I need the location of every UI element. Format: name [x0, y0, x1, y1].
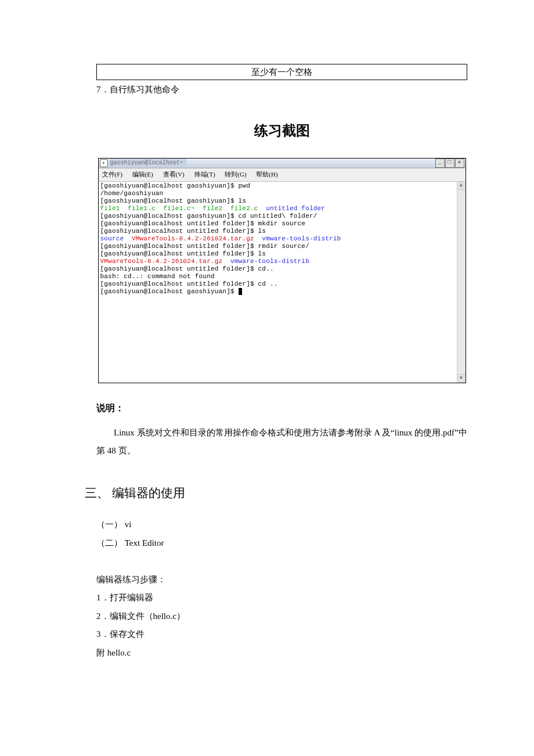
menu-goto[interactable]: 转到(G) [225, 171, 246, 178]
terminal-window: ▾ gaoshiyuan@localhost~ _ □ ✕ 文件(F) 编辑(E… [98, 158, 466, 383]
menu-edit[interactable]: 编辑(E) [132, 171, 153, 178]
section-3-title: 三、 编辑器的使用 [85, 484, 467, 503]
editor-steps-heading: 编辑器练习步骤： [96, 571, 467, 589]
hint-box: 至少有一个空格 [96, 64, 467, 80]
editor-step-1: 1．打开编辑器 [96, 589, 467, 607]
editor-item-texteditor: （二） Text Editor [96, 534, 467, 553]
terminal-output[interactable]: [gaoshiyuan@localhost gaoshiyuan]$ pwd/h… [99, 182, 457, 383]
editor-step-2: 2．编辑文件（hello.c） [96, 607, 467, 626]
menu-terminal[interactable]: 终端(T) [194, 171, 215, 178]
step-7: 7．自行练习其他命令 [96, 82, 467, 96]
terminal-titlebar: ▾ gaoshiyuan@localhost~ _ □ ✕ [99, 159, 466, 168]
editor-step-3: 3．保存文件 [96, 625, 467, 644]
maximize-button[interactable]: □ [445, 159, 454, 168]
editor-attachment: 附 hello.c [96, 644, 467, 663]
explain-heading: 说明： [96, 401, 467, 416]
hint-text: 至少有一个空格 [251, 67, 312, 77]
scroll-down-icon[interactable]: ▼ [457, 374, 466, 383]
menu-view[interactable]: 查看(V) [163, 171, 185, 178]
menu-file[interactable]: 文件(F) [102, 171, 122, 178]
explain-text: Linux 系统对文件和目录的常用操作命令格式和使用方法请参考附录 A 及“li… [96, 424, 467, 460]
practice-screenshot-heading: 练习截图 [96, 120, 467, 142]
app-menu-icon[interactable]: ▾ [100, 159, 108, 167]
scroll-up-icon[interactable]: ▲ [457, 182, 466, 190]
scrollbar[interactable]: ▲ ▼ [457, 182, 466, 383]
editor-item-vi: （一） vi [96, 516, 467, 534]
minimize-button[interactable]: _ [435, 159, 445, 168]
menu-help[interactable]: 帮助(H) [256, 171, 277, 178]
terminal-menubar: 文件(F) 编辑(E) 查看(V) 终端(T) 转到(G) 帮助(H) [99, 168, 466, 182]
window-title: gaoshiyuan@localhost~ [109, 159, 187, 168]
close-button[interactable]: ✕ [455, 159, 464, 168]
